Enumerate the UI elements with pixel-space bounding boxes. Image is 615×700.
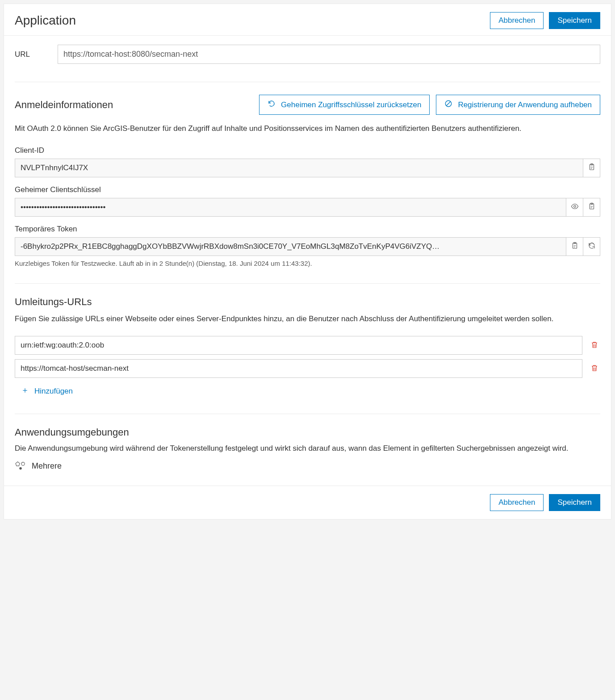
application-settings-card: Application Abbrechen Speichern URL Anme…: [4, 4, 611, 520]
environments-desc: Die Anwendungsumgebung wird während der …: [15, 443, 600, 454]
show-secret-button[interactable]: [566, 198, 583, 217]
credentials-section: Anmeldeinformationen Geheimen Zugriffssc…: [4, 82, 611, 283]
clipboard-icon: [588, 163, 596, 172]
page-title: Application: [15, 13, 76, 28]
temp-token-hint: Kurzlebiges Token für Testzwecke. Läuft …: [15, 260, 600, 267]
delete-redirect-button[interactable]: [589, 339, 600, 352]
temp-token-input[interactable]: [15, 237, 566, 256]
header-actions: Abbrechen Speichern: [490, 12, 600, 29]
redirect-url-input[interactable]: [15, 336, 582, 355]
clipboard-icon: [588, 202, 596, 212]
clipboard-icon: [571, 242, 579, 251]
save-button-top[interactable]: Speichern: [549, 12, 600, 29]
svg-line-1: [447, 102, 451, 106]
reset-secret-label: Geheimen Zugriffsschlüssel zurücksetzen: [281, 101, 421, 109]
unregister-label: Registrierung der Anwendung aufheben: [458, 101, 592, 109]
temp-token-label: Temporäres Token: [15, 225, 600, 234]
environments-title: Anwendungsumgebungen: [15, 427, 600, 438]
client-id-input[interactable]: [15, 159, 583, 177]
client-secret-label: Geheimer Clientschlüssel: [15, 185, 600, 194]
redirect-url-row: [15, 359, 600, 378]
copy-token-button[interactable]: [566, 237, 583, 256]
redirects-desc: Fügen Sie zulässige URLs einer Webseite …: [15, 313, 600, 325]
card-footer: Abbrechen Speichern: [4, 486, 611, 519]
redirects-section: Umleitungs-URLs Fügen Sie zulässige URLs…: [4, 284, 611, 414]
save-button-bottom[interactable]: Speichern: [549, 494, 600, 511]
credentials-title: Anmeldeinformationen: [15, 99, 113, 111]
redirects-title: Umleitungs-URLs: [15, 296, 600, 308]
client-id-label: Client-ID: [15, 146, 600, 155]
add-redirect-label: Hinzufügen: [34, 387, 73, 396]
card-header: Application Abbrechen Speichern: [4, 4, 611, 36]
svg-point-12: [21, 462, 25, 465]
reset-icon: [268, 100, 276, 110]
refresh-icon: [588, 242, 596, 251]
svg-marker-11: [16, 461, 20, 465]
temp-token-field: Temporäres Token Kurzlebiges Token für T…: [15, 225, 600, 267]
svg-point-4: [573, 205, 576, 208]
copy-client-id-button[interactable]: [583, 159, 600, 177]
copy-secret-button[interactable]: [583, 198, 600, 217]
environments-value: Mehrere: [32, 461, 62, 471]
unregister-button[interactable]: Registrierung der Anwendung aufheben: [436, 95, 600, 115]
environments-section: Anwendungsumgebungen Die Anwendungsumgeb…: [4, 414, 611, 486]
cancel-button-bottom[interactable]: Abbrechen: [490, 494, 544, 511]
delete-redirect-button[interactable]: [589, 362, 600, 376]
redirect-url-row: [15, 336, 600, 355]
redirect-url-input[interactable]: [15, 359, 582, 378]
url-section: URL: [4, 36, 611, 64]
add-redirect-button[interactable]: Hinzufügen: [15, 382, 80, 400]
client-secret-field: Geheimer Clientschlüssel: [15, 185, 600, 217]
url-input[interactable]: [58, 45, 600, 64]
refresh-token-button[interactable]: [583, 237, 600, 256]
url-label: URL: [15, 50, 58, 59]
reset-secret-button[interactable]: Geheimen Zugriffsschlüssel zurücksetzen: [259, 95, 430, 115]
prohibit-icon: [444, 100, 452, 110]
svg-point-13: [19, 467, 22, 469]
trash-icon: [590, 344, 598, 351]
credentials-desc: Mit OAuth 2.0 können Sie ArcGIS-Benutzer…: [15, 123, 600, 134]
trash-icon: [590, 367, 598, 374]
client-secret-input[interactable]: [15, 198, 566, 217]
cancel-button-top[interactable]: Abbrechen: [490, 12, 544, 29]
eye-icon: [571, 202, 579, 212]
client-id-field: Client-ID: [15, 146, 600, 177]
multiple-env-icon: [15, 461, 26, 472]
plus-icon: [22, 387, 28, 396]
